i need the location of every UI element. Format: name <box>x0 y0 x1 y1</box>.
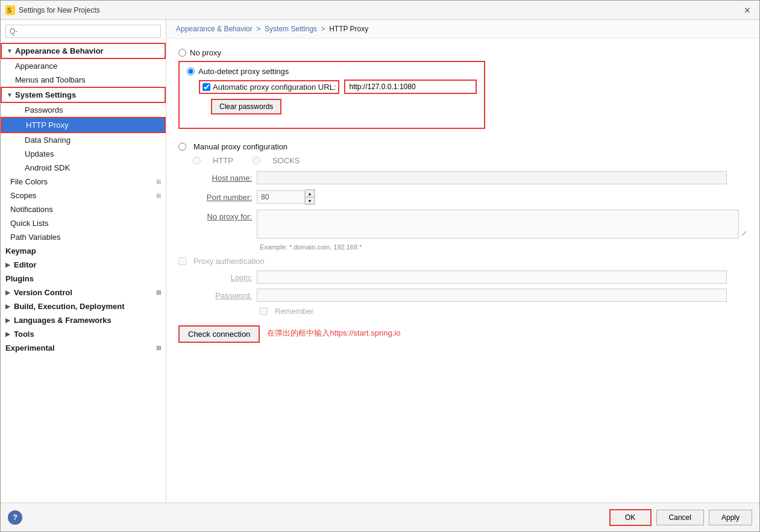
file-colors-icon: ⊞ <box>156 178 161 185</box>
sidebar-item-languages-frameworks[interactable]: ▶ Languages & Frameworks <box>1 313 166 327</box>
host-name-row: Host name: <box>186 171 747 184</box>
remember-checkbox[interactable] <box>260 307 268 315</box>
apply-button[interactable]: Apply <box>709 510 752 525</box>
settings-window: S Settings for New Projects ✕ ▼ Appearan… <box>0 0 760 532</box>
auto-config-url-input[interactable] <box>344 80 477 94</box>
auto-detect-radio[interactable] <box>187 67 195 75</box>
sidebar-item-label: Languages & Frameworks <box>14 316 111 325</box>
no-proxy-for-input[interactable] <box>257 210 739 239</box>
expand-icon: ⤢ <box>741 230 747 237</box>
auto-config-url-label: Automatic proxy configuration URL: <box>213 83 336 92</box>
expand-arrow: ▶ <box>5 331 13 337</box>
sidebar-item-appearance[interactable]: Appearance <box>1 59 166 73</box>
no-proxy-row: No proxy <box>178 48 747 57</box>
breadcrumb-sep2: > <box>321 25 325 33</box>
title-bar: S Settings for New Projects ✕ <box>1 1 759 20</box>
protocol-row: HTTP SOCKS <box>193 156 747 165</box>
ok-button[interactable]: OK <box>609 509 652 526</box>
auto-detect-row: Auto-detect proxy settings <box>187 67 477 76</box>
sidebar-item-android-sdk[interactable]: Android SDK <box>1 161 166 175</box>
sidebar-item-label: Android SDK <box>25 163 70 172</box>
no-proxy-label[interactable]: No proxy <box>190 48 221 57</box>
sidebar-item-label: Tools <box>14 330 34 339</box>
version-control-icon: ⊞ <box>156 289 161 296</box>
login-label: Login: <box>186 273 252 282</box>
expand-arrow: ▶ <box>5 261 13 268</box>
sidebar-item-appearance-behavior[interactable]: ▼ Appearance & Behavior <box>1 43 166 59</box>
port-down-button[interactable]: ▼ <box>305 197 315 204</box>
sidebar-item-passwords[interactable]: Passwords <box>1 103 166 117</box>
auto-config-url-row: Automatic proxy configuration URL: <box>199 80 477 94</box>
manual-proxy-radio[interactable] <box>178 143 186 151</box>
auto-config-checkbox-container: Automatic proxy configuration URL: <box>199 80 339 94</box>
sidebar-item-label: Notifications <box>10 205 53 214</box>
sidebar-item-label: Path Variables <box>10 233 61 242</box>
sidebar-item-label: Plugins <box>5 274 34 283</box>
sidebar-item-label: Editor <box>14 260 37 269</box>
proxy-auth-row: Proxy authentication <box>178 257 747 266</box>
sidebar-item-label: Version Control <box>14 288 156 297</box>
breadcrumb-http-proxy: HTTP Proxy <box>329 25 368 33</box>
sidebar-item-http-proxy[interactable]: HTTP Proxy <box>1 117 166 133</box>
sidebar-item-label: Passwords <box>25 105 63 114</box>
annotation-text: 在弹出的框中输入https://start.spring.io <box>267 328 400 339</box>
manual-proxy-label: Manual proxy configuration <box>193 142 287 151</box>
sidebar-item-keymap[interactable]: Keymap <box>1 244 166 258</box>
sidebar-item-system-settings[interactable]: ▼ System Settings <box>1 87 166 103</box>
search-input[interactable] <box>10 27 157 36</box>
app-icon: S <box>5 5 15 15</box>
http-protocol-radio[interactable] <box>193 157 201 164</box>
sidebar-item-tools[interactable]: ▶ Tools <box>1 327 166 341</box>
http-label: HTTP <box>213 156 233 165</box>
breadcrumb: Appearance & Behavior > System Settings … <box>166 20 759 39</box>
host-name-input[interactable] <box>257 171 727 184</box>
sidebar-item-plugins[interactable]: Plugins <box>1 272 166 286</box>
manual-proxy-row: Manual proxy configuration <box>178 142 747 151</box>
remember-row: Remember <box>260 307 747 316</box>
sidebar-item-experimental[interactable]: Experimental ⊞ <box>1 341 166 355</box>
sidebar-item-path-variables[interactable]: Path Variables <box>1 230 166 244</box>
sidebar-item-data-sharing[interactable]: Data Sharing <box>1 133 166 147</box>
remember-label: Remember <box>275 307 313 316</box>
clear-passwords-button[interactable]: Clear passwords <box>211 99 281 114</box>
sidebar-item-version-control[interactable]: ▶ Version Control ⊞ <box>1 286 166 299</box>
cancel-button[interactable]: Cancel <box>656 510 704 525</box>
search-box[interactable] <box>5 25 161 38</box>
sidebar-item-editor[interactable]: ▶ Editor <box>1 258 166 272</box>
sidebar-item-label: Keymap <box>5 246 36 255</box>
auto-config-url-checkbox[interactable] <box>203 83 210 91</box>
sidebar-item-label: Appearance & Behavior <box>15 46 104 55</box>
sidebar-item-label: Quick Lists <box>10 219 49 228</box>
no-proxy-radio[interactable] <box>178 49 186 57</box>
content-body: No proxy Auto-detect proxy settings Auto… <box>166 39 759 502</box>
sidebar-item-notifications[interactable]: Notifications <box>1 202 166 216</box>
sidebar-item-build-execution[interactable]: ▶ Build, Execution, Deployment <box>1 299 166 313</box>
proxy-auth-label: Proxy authentication <box>193 257 265 266</box>
content-area: Appearance & Behavior > System Settings … <box>166 20 759 502</box>
expand-arrow: ▼ <box>7 48 14 54</box>
svg-text:S: S <box>7 7 11 14</box>
check-connection-button[interactable]: Check connection <box>178 325 260 343</box>
socks-protocol-radio[interactable] <box>253 157 260 164</box>
help-button[interactable]: ? <box>8 510 22 525</box>
password-label: Password: <box>186 291 252 300</box>
password-input[interactable] <box>257 289 727 302</box>
expand-arrow: ▶ <box>5 303 13 310</box>
port-number-input[interactable] <box>257 190 305 204</box>
sidebar-item-updates[interactable]: Updates <box>1 147 166 161</box>
sidebar-item-label: System Settings <box>15 90 76 99</box>
close-button[interactable]: ✕ <box>740 3 755 17</box>
sidebar-item-file-colors[interactable]: File Colors ⊞ <box>1 175 166 189</box>
sidebar-item-menus-toolbars[interactable]: Menus and Toolbars <box>1 73 166 87</box>
login-input[interactable] <box>257 271 727 284</box>
sidebar-item-label: Menus and Toolbars <box>15 75 86 84</box>
port-up-button[interactable]: ▲ <box>305 190 315 197</box>
sidebar-item-label: File Colors <box>10 177 156 186</box>
sidebar-item-scopes[interactable]: Scopes ⊞ <box>1 189 166 202</box>
port-number-label: Port number: <box>186 193 252 202</box>
proxy-auth-checkbox[interactable] <box>178 257 186 265</box>
auto-detect-label: Auto-detect proxy settings <box>198 67 289 76</box>
sidebar-item-quick-lists[interactable]: Quick Lists <box>1 216 166 230</box>
expand-arrow: ▶ <box>5 289 13 296</box>
sidebar-item-label: Experimental <box>5 343 156 352</box>
